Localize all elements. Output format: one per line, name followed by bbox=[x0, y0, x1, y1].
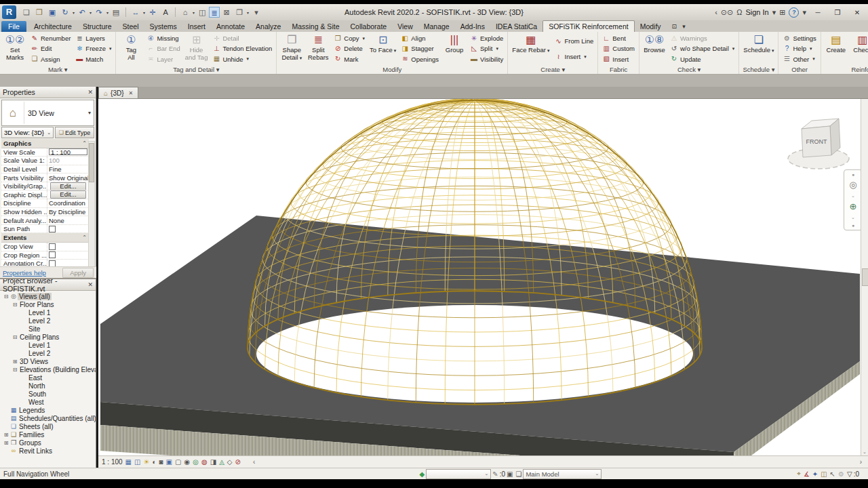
switch-windows-icon-arrow[interactable]: ▾ bbox=[247, 10, 249, 15]
text-icon[interactable]: A bbox=[159, 7, 172, 18]
property-value[interactable]: 100 bbox=[47, 157, 89, 165]
measure-icon-arrow[interactable]: ▾ bbox=[143, 10, 145, 15]
sign-in-label[interactable]: Sign In bbox=[745, 8, 768, 16]
sync-icon-arrow[interactable]: ▾ bbox=[73, 10, 75, 15]
browser-item-revit-links[interactable]: ∞Revit Links bbox=[0, 447, 96, 455]
value-box[interactable]: 1 : 100 bbox=[49, 148, 87, 155]
navbar-options-icon[interactable]: ● bbox=[852, 172, 854, 177]
temporary-hide-isolate-icon[interactable]: ◎ bbox=[193, 457, 199, 468]
ribbon-button-insert[interactable]: ≀Insert▾ bbox=[553, 52, 595, 62]
browser-item-level-2[interactable]: Level 2 bbox=[0, 349, 96, 357]
tab-insert[interactable]: Insert bbox=[182, 21, 211, 32]
expander-minus-icon[interactable]: ⊟ bbox=[12, 302, 18, 308]
property-value[interactable] bbox=[47, 225, 89, 233]
ribbon-button-tendon-elevation[interactable]: ⊥Tendon Elevation bbox=[211, 44, 273, 54]
minimize-button[interactable]: ─ bbox=[810, 9, 826, 16]
select-underlay-icon[interactable]: ∡ bbox=[804, 470, 810, 478]
expander-minus-icon[interactable]: ⊟ bbox=[3, 293, 9, 300]
design-options-dropdown[interactable]: Main Model⌄ bbox=[523, 469, 601, 479]
tab-structure[interactable]: Structure bbox=[77, 21, 117, 32]
tab-annotate[interactable]: Annotate bbox=[211, 21, 250, 32]
ribbon-button-shape-detail[interactable]: ❒ShapeDetail▾ bbox=[279, 33, 304, 65]
ribbon-button-match[interactable]: ▬Match bbox=[74, 54, 113, 64]
ribbon-button-assign[interactable]: ❏Assign bbox=[29, 54, 72, 64]
drag-on-selection-icon[interactable]: ↖ bbox=[830, 470, 835, 478]
expander-plus-icon[interactable]: ⊞ bbox=[3, 432, 9, 438]
viewcube[interactable]: FRONT bbox=[788, 119, 849, 169]
ribbon-button-update[interactable]: ↻Update bbox=[669, 54, 736, 64]
scroll-down-icon[interactable]: ⌄ bbox=[862, 449, 867, 455]
tab-architecture[interactable]: Architecture bbox=[28, 21, 77, 32]
browser-item-legends[interactable]: ▦Legends bbox=[0, 406, 96, 414]
ribbon-panel-label-mark[interactable]: Mark ▾ bbox=[0, 65, 115, 74]
ribbon-button-stagger[interactable]: ◨Stagger bbox=[399, 44, 440, 54]
reveal-hidden-icon[interactable]: ◍ bbox=[201, 457, 208, 468]
redo-icon-arrow[interactable]: ▾ bbox=[106, 10, 108, 15]
redo-icon[interactable]: ↷ bbox=[93, 7, 105, 18]
search-icon[interactable]: ⊙⊙ bbox=[721, 7, 733, 18]
browser-item-site[interactable]: Site bbox=[0, 325, 96, 333]
visual-style-icon[interactable]: ◫ bbox=[134, 457, 140, 468]
measure-icon[interactable]: ↔ bbox=[130, 7, 142, 18]
browser-item-elevations-building-elevation[interactable]: ⊟Elevations (Building Elevation) bbox=[0, 365, 96, 373]
default-3d-view-icon[interactable]: ⌂ bbox=[179, 7, 191, 18]
project-browser-header[interactable]: Project Browser - SOFISTIK.rvt ✕ bbox=[0, 279, 96, 291]
checkbox[interactable] bbox=[49, 251, 56, 258]
edit-button[interactable]: Edit... bbox=[50, 182, 85, 190]
browser-item-views-all[interactable]: ⊟◎Views (all) bbox=[0, 292, 96, 300]
ribbon-button-insert[interactable]: ▧Insert bbox=[601, 54, 636, 64]
select-by-face-icon[interactable]: ◫ bbox=[821, 470, 827, 478]
collapse-icon[interactable]: ⌃ bbox=[82, 235, 87, 241]
sign-in-arrow-icon[interactable]: ▾ bbox=[772, 7, 776, 18]
property-value[interactable]: Edit... bbox=[47, 182, 89, 190]
scrollbar-thumb[interactable] bbox=[89, 143, 94, 182]
thin-lines-icon[interactable]: ≣ bbox=[209, 7, 220, 18]
property-value[interactable]: Show Original bbox=[47, 174, 89, 182]
sun-path-icon[interactable]: ☀ bbox=[144, 457, 150, 468]
property-value[interactable]: None bbox=[47, 216, 89, 224]
active-option-icon[interactable]: ❏ bbox=[515, 470, 521, 478]
rendering-icon[interactable]: ◙ bbox=[159, 457, 163, 468]
ribbon-button-settings[interactable]: ⚙Settings bbox=[781, 34, 817, 43]
ribbon-button-face-rebar[interactable]: ▦Face Rebar▾ bbox=[511, 33, 551, 65]
ribbon-button-bar-end[interactable]: ⌐Bar End bbox=[145, 44, 181, 54]
properties-help-link[interactable]: Properties help bbox=[3, 269, 46, 277]
instance-selector[interactable]: 3D View: {3D} ⌄ bbox=[1, 127, 54, 138]
sync-icon[interactable]: ↻ bbox=[59, 7, 71, 18]
type-selector[interactable]: ⌂ 3D View ▾ bbox=[1, 100, 94, 126]
tab-view[interactable]: View bbox=[392, 21, 418, 32]
tab-add-ins[interactable]: Add-Ins bbox=[455, 21, 490, 32]
ribbon-button-layer[interactable]: ≍Layer bbox=[145, 54, 181, 64]
browser-item-level-2[interactable]: Level 2 bbox=[0, 317, 96, 325]
ribbon-panel-label-modify[interactable]: Modify bbox=[277, 65, 507, 74]
ribbon-button-detail[interactable]: ✛Detail bbox=[211, 34, 273, 43]
close-button[interactable]: ✕ bbox=[849, 9, 865, 16]
properties-scrollbar[interactable] bbox=[88, 141, 95, 278]
property-value[interactable]: By Discipline bbox=[47, 208, 89, 216]
tab-massing-site[interactable]: Massing & Site bbox=[286, 21, 344, 32]
browser-item-schedules-quantities-all[interactable]: ▤Schedules/Quantities (all) bbox=[0, 414, 96, 422]
zoom-icon[interactable]: ⊕ bbox=[850, 202, 857, 211]
ribbon-panel-label-other[interactable]: Other bbox=[778, 65, 820, 74]
ribbon-button-group[interactable]: |||Group bbox=[442, 33, 467, 65]
ribbon-button-browse[interactable]: ①⑧Browse bbox=[642, 33, 667, 65]
ribbon-button-from-line[interactable]: ∿From Line bbox=[553, 37, 595, 46]
expander-plus-icon[interactable]: ⊞ bbox=[12, 359, 18, 365]
section-icon[interactable]: ◫ bbox=[196, 7, 208, 18]
ribbon-button-w-o-shape-detail[interactable]: ↺w/o Shape Detail▾ bbox=[669, 44, 736, 54]
ribbon-button-other[interactable]: ☰Other▾ bbox=[781, 54, 817, 64]
worksets-dropdown[interactable]: ⌄ bbox=[426, 469, 491, 479]
close-icon[interactable]: ✕ bbox=[87, 89, 93, 96]
editable-only-icon[interactable]: ✎ bbox=[492, 470, 498, 478]
tab-file[interactable]: File bbox=[1, 21, 26, 32]
property-value[interactable] bbox=[47, 251, 89, 260]
ribbon-button-openings[interactable]: ≋Openings bbox=[399, 54, 440, 64]
ribbon-button-delete[interactable]: ⊘Delete bbox=[332, 44, 366, 54]
design-options-icon[interactable]: ▣ bbox=[507, 470, 513, 478]
switch-windows-icon[interactable]: ❐ bbox=[233, 7, 245, 18]
lock-view-icon[interactable]: ◉ bbox=[184, 457, 190, 468]
reveal-constraints-icon[interactable]: ⊘ bbox=[235, 457, 241, 468]
browser-item-groups[interactable]: ⊞❒Groups bbox=[0, 439, 96, 447]
ribbon-panel-label-reinforcement-generation[interactable]: Reinforcement Generation bbox=[821, 65, 868, 74]
checkbox[interactable] bbox=[49, 243, 56, 250]
